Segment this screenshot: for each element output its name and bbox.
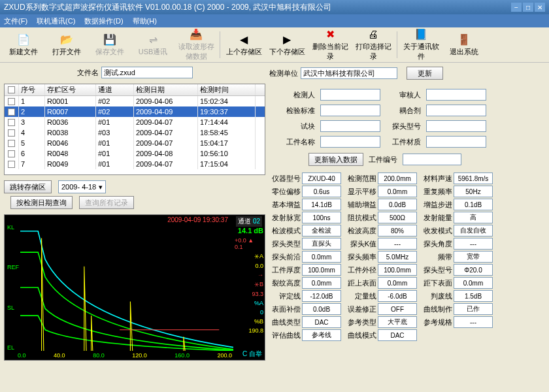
param-value[interactable]: [302, 172, 341, 184]
field-label: 检测人: [282, 90, 315, 100]
table-row[interactable]: 7R0049#012009-04-0717:15:04: [5, 159, 265, 169]
row-checkbox[interactable]: [8, 161, 15, 168]
param-label: 误差修正: [345, 304, 376, 314]
param-value[interactable]: [378, 264, 417, 276]
param-value[interactable]: [454, 316, 493, 328]
field-input[interactable]: [426, 136, 486, 148]
about-button[interactable]: 📘关于通讯软件: [400, 29, 442, 61]
param-value[interactable]: [378, 172, 417, 184]
field-input[interactable]: [426, 120, 486, 132]
minimize-icon[interactable]: −: [511, 3, 522, 12]
param-value[interactable]: [454, 251, 493, 263]
param-value[interactable]: [378, 329, 417, 341]
table-row[interactable]: 2R0007#022009-04-0919:30:37: [5, 106, 265, 117]
open-file-button[interactable]: 📂打开文件: [46, 29, 88, 61]
param-value[interactable]: [378, 277, 417, 289]
param-value[interactable]: [454, 264, 493, 276]
row-checkbox[interactable]: [8, 119, 15, 126]
jump-storage-button[interactable]: 跳转存储区: [4, 180, 52, 193]
close-icon[interactable]: ✕: [535, 3, 545, 12]
delete-button[interactable]: ✖删除当前记录: [309, 29, 351, 61]
param-value[interactable]: [454, 186, 493, 197]
print-button[interactable]: 🖨打印选择记录: [352, 29, 394, 61]
param-value[interactable]: [302, 290, 341, 302]
read-wave-button: 📥读取波形存储数据: [175, 29, 217, 61]
param-value[interactable]: [454, 199, 493, 210]
param-value[interactable]: [302, 264, 341, 276]
update-unit-button[interactable]: 更新: [407, 67, 443, 80]
table-row[interactable]: 1R0001#022009-04-0615:02:34: [5, 96, 265, 106]
param-value[interactable]: [378, 251, 417, 263]
param-label: 频带: [421, 252, 452, 262]
param-value[interactable]: [454, 290, 493, 302]
date-picker[interactable]: 2009- 4-18▾: [58, 180, 106, 193]
param-value[interactable]: [378, 212, 417, 223]
table-row[interactable]: 5R0046#012009-04-0715:04:17: [5, 138, 265, 148]
next-storage-button[interactable]: ▶下个存储区: [266, 29, 308, 61]
row-checkbox[interactable]: [8, 129, 15, 137]
field-input[interactable]: [320, 136, 380, 148]
param-value[interactable]: [454, 172, 493, 184]
param-value[interactable]: [378, 225, 417, 237]
query-by-date-button[interactable]: 按检测日期查询: [10, 196, 73, 209]
save-file-icon: 💾: [103, 33, 116, 46]
field-input[interactable]: [320, 120, 380, 132]
param-label: 探头类型: [269, 239, 301, 249]
table-row[interactable]: 3R0036#012009-04-0717:14:44: [5, 117, 265, 127]
new-file-button[interactable]: 📄新建文件: [3, 29, 44, 61]
table-row[interactable]: 6R0048#012009-04-0810:56:10: [5, 148, 265, 159]
field-label: 工件材质: [388, 137, 421, 147]
param-value[interactable]: [454, 212, 493, 223]
field-input[interactable]: [426, 89, 486, 101]
param-value[interactable]: [378, 199, 417, 210]
param-value[interactable]: [302, 303, 341, 315]
field-input[interactable]: [320, 89, 380, 101]
field-input[interactable]: [426, 105, 486, 116]
param-value[interactable]: [454, 238, 493, 250]
param-value[interactable]: [454, 303, 493, 315]
param-value[interactable]: [378, 186, 417, 197]
param-value[interactable]: [378, 290, 417, 302]
menu-file[interactable]: 文件(F): [4, 16, 27, 26]
param-value[interactable]: [302, 186, 341, 197]
maximize-icon[interactable]: □: [523, 3, 533, 12]
field-label: 耦合剂: [388, 106, 421, 116]
param-label: 发射能量: [421, 213, 452, 223]
waveform-chart: 2009-04-09 19:30:37 通道 02 KL REF SL EL 1…: [4, 214, 265, 361]
field-input[interactable]: [320, 105, 380, 116]
header-checkbox[interactable]: [8, 86, 15, 93]
param-value[interactable]: [302, 199, 341, 210]
unit-input[interactable]: [301, 67, 397, 79]
param-label: 裂纹高度: [269, 278, 301, 288]
param-label: 参考类型: [345, 318, 376, 327]
row-checkbox[interactable]: [8, 108, 15, 116]
param-value[interactable]: [378, 316, 417, 328]
param-value[interactable]: [454, 225, 493, 237]
menu-data[interactable]: 数据操作(D): [84, 16, 123, 26]
param-value[interactable]: [378, 303, 417, 315]
param-value[interactable]: [378, 238, 417, 250]
param-label: 发射脉宽: [269, 213, 301, 223]
param-value[interactable]: [302, 212, 341, 223]
menu-comm[interactable]: 联机通讯(C): [37, 16, 75, 26]
param-value[interactable]: [302, 251, 341, 263]
param-value[interactable]: [302, 225, 341, 237]
exit-button[interactable]: 🚪退出系统: [443, 29, 485, 61]
row-checkbox[interactable]: [8, 98, 15, 105]
param-value[interactable]: [454, 277, 493, 289]
param-value[interactable]: [302, 316, 341, 328]
menu-help[interactable]: 帮助(H): [133, 16, 157, 26]
table-row[interactable]: 4R0038#032009-04-0718:58:45: [5, 127, 265, 138]
serial-input[interactable]: [403, 154, 461, 165]
prev-storage-button[interactable]: ◀上个存储区: [223, 29, 265, 61]
param-value[interactable]: [302, 238, 341, 250]
field-label: 探头型号: [388, 122, 421, 131]
param-value[interactable]: [302, 329, 341, 341]
update-inputs-button[interactable]: 更新输入数据: [308, 153, 363, 166]
param-label: 探头K值: [345, 239, 376, 249]
param-label: 工件外径: [345, 265, 376, 275]
row-checkbox[interactable]: [8, 140, 15, 147]
filename-input[interactable]: [101, 67, 193, 78]
param-value[interactable]: [302, 277, 341, 289]
row-checkbox[interactable]: [8, 150, 15, 157]
